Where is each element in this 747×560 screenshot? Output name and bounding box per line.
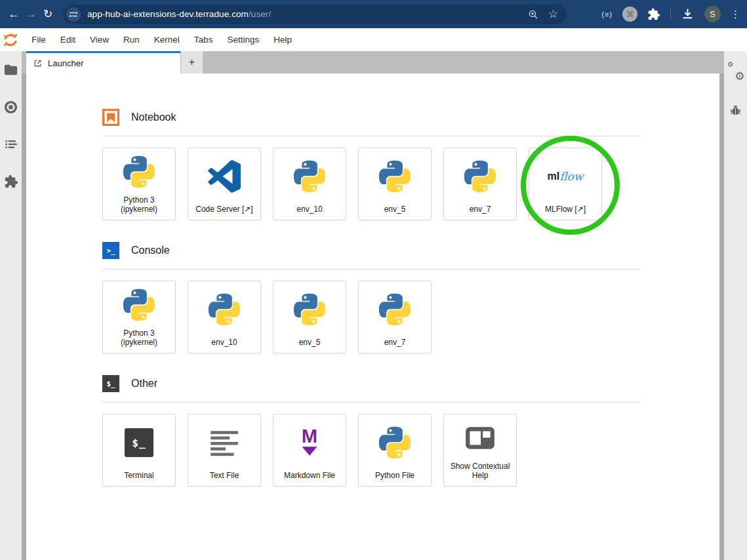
launcher-card-env-10[interactable]: env_10	[188, 281, 261, 353]
launcher-card-label: env_5	[297, 338, 323, 347]
menu-view[interactable]: View	[83, 35, 116, 45]
launcher-card-markdown-file[interactable]: MMarkdown File	[273, 414, 346, 487]
other-icon: $_	[102, 375, 119, 392]
right-sidebar: ⚙⚙	[724, 51, 747, 560]
help-icon	[444, 414, 516, 462]
notebook-cards-row: Python 3 (ipykernel)Code Server [↗]env_1…	[102, 148, 641, 220]
section-divider	[102, 136, 641, 136]
launcher-card-label: Code Server [↗]	[193, 205, 254, 214]
jupyter-menubar: File Edit View Run Kernel Tabs Settings …	[0, 28, 747, 51]
file-browser-folder-icon[interactable]	[3, 62, 19, 77]
launcher-card-label: Python 3 (ipykernel)	[103, 195, 175, 214]
launcher-card-label: env_7	[468, 205, 493, 214]
launcher-card-show-contextual-help[interactable]: Show Contextual Help	[443, 414, 517, 487]
extension-manager-puzzle-icon[interactable]	[3, 174, 19, 190]
terradue-logo-icon	[3, 33, 18, 47]
python-icon	[188, 281, 260, 338]
table-of-contents-icon[interactable]	[3, 136, 19, 152]
launcher-card-python-3-ipykernel[interactable]: Python 3 (ipykernel)	[102, 148, 176, 220]
launcher-card-env-5[interactable]: env_5	[358, 148, 432, 220]
menu-help[interactable]: Help	[266, 35, 299, 45]
bookmark-star-icon[interactable]: ☆	[548, 9, 558, 20]
other-cards-row: $_TerminalText FileMMarkdown FilePython …	[102, 414, 641, 487]
launcher-card-env-7[interactable]: env_7	[358, 281, 432, 353]
launcher-card-label: Python File	[373, 471, 416, 480]
textfile-icon	[188, 414, 260, 471]
section-title: Other	[131, 378, 157, 390]
menu-file[interactable]: File	[24, 35, 53, 45]
python-icon	[273, 148, 346, 205]
property-inspector-gears-icon[interactable]: ⚙⚙	[728, 63, 744, 79]
launcher-card-code-server[interactable]: Code Server [↗]	[188, 148, 261, 220]
markdown-icon: M	[273, 414, 346, 471]
browser-menu-icon[interactable]: ⋮	[731, 9, 740, 20]
launcher-card-label: Markdown File	[282, 471, 337, 480]
launcher-card-label: MLFlow [↗]	[543, 205, 588, 214]
mlflow-icon: mlflow	[529, 148, 601, 205]
console-icon: >_	[102, 242, 119, 259]
address-bar[interactable]: app-hub-ai-extensions-dev.terradue.com/u…	[63, 5, 567, 24]
menu-tabs[interactable]: Tabs	[187, 35, 220, 45]
launcher-card-label: Terminal	[122, 471, 155, 480]
menu-settings[interactable]: Settings	[220, 35, 266, 45]
launcher-card-env-7[interactable]: env_7	[443, 148, 517, 220]
browser-chrome: ← → ↻ app-hub-ai-extensions-dev.terradue…	[0, 0, 747, 28]
python-icon	[444, 148, 516, 205]
section-title: Notebook	[131, 111, 176, 123]
menu-run[interactable]: Run	[116, 35, 147, 45]
separator	[670, 9, 671, 20]
reload-icon[interactable]: ↻	[39, 7, 56, 21]
site-info-icon[interactable]	[66, 7, 81, 22]
command-extension-icon[interactable]: ⌘	[622, 7, 637, 22]
reading-list-icon[interactable]: (≡)	[601, 10, 613, 18]
extensions-puzzle-icon[interactable]	[647, 8, 660, 21]
back-icon[interactable]: ←	[5, 8, 22, 21]
launcher-card-env-10[interactable]: env_10	[273, 148, 346, 220]
notebook-icon	[102, 109, 119, 126]
menu-edit[interactable]: Edit	[53, 35, 83, 45]
launcher-card-env-5[interactable]: env_5	[273, 281, 346, 353]
python-icon	[273, 281, 346, 338]
profile-avatar[interactable]: S	[704, 6, 721, 22]
running-kernels-icon[interactable]	[3, 99, 19, 115]
launcher-tab-icon	[33, 58, 43, 68]
launcher-card-python-3-ipykernel[interactable]: Python 3 (ipykernel)	[102, 281, 176, 353]
launcher-tab-label: Launcher	[48, 58, 83, 68]
console-cards-row: Python 3 (ipykernel)env_10env_5env_7	[102, 281, 641, 353]
section-divider	[102, 269, 641, 270]
launcher-section-console: >_ Console Python 3 (ipykernel)env_10env…	[102, 242, 641, 353]
launcher-card-text-file[interactable]: Text File	[188, 414, 261, 487]
launcher-card-label: env_10	[294, 205, 324, 214]
section-title: Console	[131, 245, 170, 256]
launcher-panel: Notebook Python 3 (ipykernel)Code Server…	[22, 73, 724, 560]
launcher-card-python-file[interactable]: Python File	[358, 414, 432, 487]
launcher-content: Notebook Python 3 (ipykernel)Code Server…	[26, 73, 719, 487]
debugger-bug-icon[interactable]	[728, 102, 744, 118]
svg-text:M: M	[302, 426, 317, 447]
launcher-section-notebook: Notebook Python 3 (ipykernel)Code Server…	[102, 109, 641, 220]
launcher-card-label: env_7	[382, 338, 408, 347]
url-path: /user/	[249, 9, 271, 19]
tab-bar: Launcher +	[22, 51, 724, 73]
launcher-card-label: Text File	[208, 471, 241, 480]
forward-icon[interactable]: →	[22, 8, 39, 21]
section-divider	[102, 402, 641, 403]
launcher-card-terminal[interactable]: $_Terminal	[102, 414, 176, 487]
launcher-section-other: $_ Other $_TerminalText FileMMarkdown Fi…	[102, 375, 641, 487]
terminal-icon: $_	[103, 414, 175, 471]
python-icon	[359, 281, 431, 338]
new-tab-button[interactable]: +	[181, 51, 203, 73]
zoom-icon[interactable]	[527, 9, 539, 20]
vscode-icon	[188, 148, 260, 205]
python-icon	[359, 148, 431, 205]
url-text[interactable]: app-hub-ai-extensions-dev.terradue.com/u…	[87, 9, 271, 19]
python-icon	[103, 148, 175, 195]
menu-kernel[interactable]: Kernel	[147, 35, 187, 45]
launcher-card-mlflow[interactable]: mlflowMLFlow [↗]	[529, 148, 602, 220]
launcher-card-label: Python 3 (ipykernel)	[103, 329, 175, 347]
left-sidebar	[0, 51, 22, 560]
tab-launcher[interactable]: Launcher	[26, 51, 180, 73]
launcher-card-label: env_10	[209, 338, 239, 347]
download-icon[interactable]	[681, 7, 695, 21]
launcher-card-label: env_5	[382, 205, 408, 214]
